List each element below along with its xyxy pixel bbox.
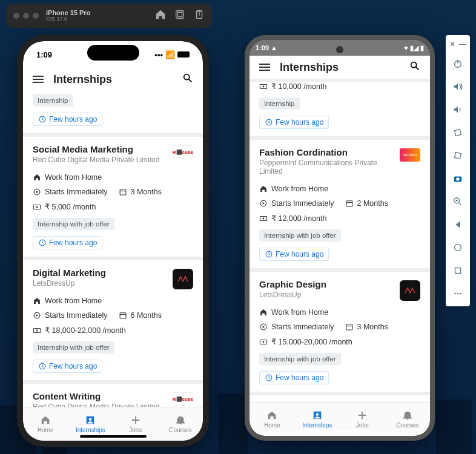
emu-overview-icon[interactable] <box>452 265 463 278</box>
device-label: iPhone 15 Pro iOS 17.0 <box>46 9 90 22</box>
card-stipend: ₹ 15,000-20,000 /month <box>259 337 420 346</box>
card-badge: Internship with job offer <box>259 353 341 365</box>
nav-label: Jobs <box>129 427 142 433</box>
nav-label: Internships <box>76 427 105 433</box>
emu-zoom-icon[interactable] <box>452 196 463 209</box>
emu-more-icon[interactable] <box>452 288 463 301</box>
emu-close-icon[interactable]: ✕ <box>449 40 455 48</box>
home-indicator[interactable] <box>309 430 370 433</box>
card-time-ago: Few hours ago <box>33 360 102 373</box>
card-time-ago: Few hours ago <box>259 371 329 384</box>
emu-rotate-left-icon[interactable] <box>452 127 463 140</box>
card-location: Work from Home <box>33 297 193 305</box>
company-logo: R⬛cube <box>173 145 193 159</box>
internship-card[interactable]: Fashion CordinationPeppermint Communicat… <box>250 140 430 268</box>
emu-minimize-icon[interactable]: — <box>459 40 466 48</box>
page-title: Internships <box>280 61 339 74</box>
card-stipend: ₹ 5,000 /month <box>33 202 193 211</box>
internship-card[interactable]: Fashion CommunicationsPEPPER <box>250 395 430 402</box>
emulator-toolbar: ✕ — <box>446 35 470 306</box>
internship-card[interactable]: Social Media MarketingRed Cube Digital M… <box>23 137 203 257</box>
nav-home[interactable]: Home <box>250 403 295 436</box>
nav-label: Home <box>264 422 280 429</box>
internship-card[interactable]: Content WritingRed Cube Digital Media Pr… <box>23 384 203 407</box>
card-title: Graphic Design <box>259 279 400 289</box>
sim-screenshot-icon[interactable] <box>174 9 185 22</box>
card-company: Red Cube Digital Media Private Limited <box>33 403 173 407</box>
emu-volume-up-icon[interactable] <box>452 81 463 94</box>
emu-camera-icon[interactable] <box>452 173 463 186</box>
card-title: Digital Marketing <box>33 268 173 278</box>
company-logo <box>400 280 420 301</box>
menu-icon[interactable] <box>33 76 44 83</box>
iphone-device: 1:09 ••• 📶 Internships InternshipFew hou… <box>17 35 209 447</box>
menu-icon[interactable] <box>259 64 270 71</box>
card-duration: 2 Months <box>345 199 388 208</box>
card-company: Red Cube Digital Media Private Limited <box>33 156 173 164</box>
card-title: Content Writing <box>33 391 173 401</box>
card-company: LetsDressUp <box>259 291 400 299</box>
emu-back-icon[interactable] <box>452 219 463 232</box>
sim-home-icon[interactable] <box>155 9 166 22</box>
card-time-ago: Few hours ago <box>259 116 329 129</box>
card-time-ago: Few hours ago <box>33 236 102 249</box>
card-start: Starts Immediately <box>33 188 108 196</box>
card-location: Work from Home <box>259 185 420 193</box>
card-duration: 3 Months <box>119 188 162 196</box>
card-badge: Internship with job offer <box>33 341 114 354</box>
emu-home-icon[interactable] <box>452 242 463 255</box>
card-duration: 3 Months <box>345 323 388 331</box>
card-stipend: ₹ 10,000 /month <box>259 82 420 91</box>
card-badge: Internship <box>259 97 300 110</box>
nav-courses[interactable]: Courses <box>158 407 203 441</box>
card-company: LetsDressUp <box>33 279 173 288</box>
internship-card[interactable]: Digital MarketingLetsDressUpWork from Ho… <box>23 260 203 380</box>
internship-card-partial[interactable]: InternshipFew hours ago <box>23 91 203 133</box>
nav-label: Internships <box>302 422 332 429</box>
nav-courses[interactable]: Courses <box>385 403 431 436</box>
nav-label: Jobs <box>356 422 369 429</box>
card-start: Starts Immediately <box>259 199 334 208</box>
card-badge: Internship <box>33 94 73 107</box>
card-time-ago: Few hours ago <box>33 113 102 126</box>
card-title: Fashion Cordination <box>259 147 400 157</box>
card-start: Starts Immediately <box>33 311 108 320</box>
card-badge: Internship with job offer <box>259 229 341 242</box>
nav-label: Home <box>38 427 54 433</box>
nav-label: Courses <box>169 427 191 433</box>
search-icon[interactable] <box>409 61 420 74</box>
emu-power-icon[interactable] <box>452 58 463 71</box>
nav-home[interactable]: Home <box>23 407 68 441</box>
search-icon[interactable] <box>182 73 193 86</box>
iphone-content[interactable]: InternshipFew hours agoSocial Media Mark… <box>23 91 203 407</box>
company-logo <box>173 269 193 289</box>
sim-share-icon[interactable] <box>194 9 205 22</box>
app-header: Internships <box>23 68 203 91</box>
card-time-ago: Few hours ago <box>259 248 329 261</box>
window-controls[interactable] <box>13 13 39 19</box>
page-title: Internships <box>53 73 112 86</box>
simulator-toolbar: iPhone 15 Pro iOS 17.0 <box>6 4 212 28</box>
android-content[interactable]: ₹ 10,000 /monthInternshipFew hours agoFa… <box>250 79 430 402</box>
card-duration: 6 Months <box>119 311 162 320</box>
android-camera <box>336 46 343 53</box>
card-badge: Internship with job offer <box>33 218 114 230</box>
app-header: Internships <box>250 56 430 79</box>
card-location: Work from Home <box>259 308 420 317</box>
card-location: Work from Home <box>33 173 193 182</box>
card-stipend: ₹ 12,000 /month <box>259 214 420 223</box>
android-device: 1:09 ▲ ♥ ▮◢ ▮ Internships ₹ 10,000 /mont… <box>245 35 435 441</box>
company-logo: PEPPER <box>400 148 420 162</box>
nav-label: Courses <box>396 422 418 429</box>
card-start: Starts Immediately <box>259 323 334 331</box>
card-company: Peppermint Communications Private Limite… <box>259 159 400 176</box>
iphone-notch <box>87 45 139 61</box>
internship-card-partial[interactable]: ₹ 10,000 /monthInternshipFew hours ago <box>250 82 430 136</box>
emu-volume-down-icon[interactable] <box>452 104 463 117</box>
home-indicator[interactable] <box>80 435 147 438</box>
internship-card[interactable]: Graphic DesignLetsDressUpWork from HomeS… <box>250 272 430 392</box>
card-stipend: ₹ 18,000-22,000 /month <box>33 326 193 335</box>
company-logo: R⬛cube <box>173 392 193 406</box>
emu-rotate-right-icon[interactable] <box>452 150 463 163</box>
card-title: Social Media Marketing <box>33 144 173 154</box>
